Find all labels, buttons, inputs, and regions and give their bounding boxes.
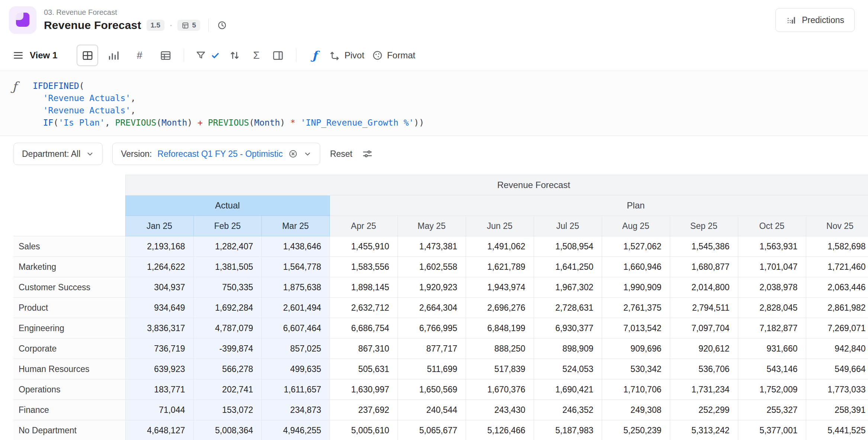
- table-cell[interactable]: 1,920,923: [398, 277, 466, 298]
- table-cell[interactable]: 1,660,946: [602, 257, 670, 277]
- aggregate-button[interactable]: Σ: [245, 45, 267, 66]
- table-cell[interactable]: 530,342: [602, 359, 670, 379]
- table-cell[interactable]: 4,787,079: [193, 318, 261, 339]
- table-cell[interactable]: 252,299: [670, 400, 738, 420]
- pivot-button[interactable]: Pivot: [325, 45, 368, 66]
- table-cell[interactable]: 2,761,375: [602, 298, 670, 318]
- table-cell[interactable]: 6,607,464: [261, 318, 329, 339]
- table-cell[interactable]: 1,602,558: [398, 257, 466, 277]
- table-cell[interactable]: 7,097,704: [670, 318, 738, 339]
- table-cell[interactable]: 4,648,127: [125, 420, 193, 440]
- table-cell[interactable]: 736,719: [125, 339, 193, 359]
- table-cell[interactable]: 1,381,505: [193, 257, 261, 277]
- column-header[interactable]: Aug 25: [602, 216, 670, 236]
- table-cell[interactable]: 5,126,466: [466, 420, 534, 440]
- table-cell[interactable]: 249,308: [602, 400, 670, 420]
- table-cell[interactable]: 920,612: [670, 339, 738, 359]
- table-cell[interactable]: 5,005,610: [329, 420, 398, 440]
- table-cell[interactable]: 240,544: [398, 400, 466, 420]
- table-cell[interactable]: 255,327: [738, 400, 806, 420]
- row-label[interactable]: Customer Success: [13, 277, 125, 298]
- group-header-actual[interactable]: Actual: [125, 195, 329, 216]
- table-cell[interactable]: 153,072: [193, 400, 261, 420]
- row-label[interactable]: Sales: [13, 236, 125, 257]
- table-cell[interactable]: 1,563,931: [738, 236, 806, 257]
- filter-button[interactable]: [192, 45, 224, 66]
- table-cell[interactable]: 1,692,284: [193, 298, 261, 318]
- table-cell[interactable]: 237,692: [329, 400, 398, 420]
- table-cell[interactable]: 6,766,995: [398, 318, 466, 339]
- table-cell[interactable]: 5,377,001: [738, 420, 806, 440]
- predictions-button[interactable]: Predictions: [775, 8, 855, 32]
- table-cell[interactable]: 5,008,364: [193, 420, 261, 440]
- table-cell[interactable]: 5,250,239: [602, 420, 670, 440]
- table-cell[interactable]: 71,044: [125, 400, 193, 420]
- table-cell[interactable]: 234,873: [261, 400, 329, 420]
- app-logo[interactable]: [9, 6, 36, 34]
- table-cell[interactable]: 258,391: [806, 400, 868, 420]
- reset-button[interactable]: Reset: [330, 149, 352, 159]
- column-header[interactable]: Nov 25: [806, 216, 868, 236]
- table-cell[interactable]: 1,943,974: [466, 277, 534, 298]
- table-cell[interactable]: 2,632,712: [329, 298, 398, 318]
- row-label[interactable]: Engineering: [13, 318, 125, 339]
- table-cell[interactable]: 1,773,033: [806, 379, 868, 400]
- table-cell[interactable]: 5,065,677: [398, 420, 466, 440]
- row-label[interactable]: Finance: [13, 400, 125, 420]
- table-cell[interactable]: 5,187,983: [534, 420, 602, 440]
- table-cell[interactable]: 7,182,877: [738, 318, 806, 339]
- sort-button[interactable]: [224, 45, 245, 66]
- table-cell[interactable]: 202,741: [193, 379, 261, 400]
- row-label[interactable]: Corporate: [13, 339, 125, 359]
- table-cell[interactable]: 1,455,910: [329, 236, 398, 257]
- column-header[interactable]: Jun 25: [466, 216, 534, 236]
- table-cell[interactable]: 4,946,255: [261, 420, 329, 440]
- table-cell[interactable]: 543,146: [738, 359, 806, 379]
- table-cell[interactable]: 1,690,421: [534, 379, 602, 400]
- clear-version-icon[interactable]: [288, 149, 298, 159]
- table-cell[interactable]: 5,313,242: [670, 420, 738, 440]
- history-icon[interactable]: [217, 20, 227, 30]
- table-cell[interactable]: 857,025: [261, 339, 329, 359]
- table-cell[interactable]: 2,063,446: [806, 277, 868, 298]
- table-cell[interactable]: 2,664,304: [398, 298, 466, 318]
- column-header[interactable]: Apr 25: [329, 216, 398, 236]
- column-header[interactable]: Jan 25: [125, 216, 193, 236]
- table-cell[interactable]: 1,641,250: [534, 257, 602, 277]
- menu-icon[interactable]: [13, 50, 24, 61]
- department-filter[interactable]: Department: All: [13, 143, 103, 165]
- table-cell[interactable]: 867,310: [329, 339, 398, 359]
- table-cell[interactable]: 1,282,407: [193, 236, 261, 257]
- table-cell[interactable]: 511,699: [398, 359, 466, 379]
- format-button[interactable]: Format: [368, 45, 419, 66]
- table-cell[interactable]: 1,621,789: [466, 257, 534, 277]
- table-cell[interactable]: 6,848,199: [466, 318, 534, 339]
- formula-button[interactable]: ƒ: [304, 45, 325, 66]
- table-cell[interactable]: 2,014,800: [670, 277, 738, 298]
- table-cell[interactable]: 566,278: [193, 359, 261, 379]
- table-cell[interactable]: 3,836,317: [125, 318, 193, 339]
- table-cell[interactable]: 304,937: [125, 277, 193, 298]
- table-cell[interactable]: 505,631: [329, 359, 398, 379]
- table-cell[interactable]: 2,696,276: [466, 298, 534, 318]
- table-cell[interactable]: 1,491,062: [466, 236, 534, 257]
- table-cell[interactable]: 1,701,047: [738, 257, 806, 277]
- table-cell[interactable]: 1,680,877: [670, 257, 738, 277]
- table-cell[interactable]: 7,013,542: [602, 318, 670, 339]
- row-label[interactable]: Marketing: [13, 257, 125, 277]
- row-label[interactable]: No Department: [13, 420, 125, 440]
- column-header[interactable]: Jul 25: [534, 216, 602, 236]
- table-cell[interactable]: 1,473,381: [398, 236, 466, 257]
- table-cell[interactable]: 517,839: [466, 359, 534, 379]
- table-cell[interactable]: 1,990,909: [602, 277, 670, 298]
- table-cell[interactable]: 499,635: [261, 359, 329, 379]
- table-cell[interactable]: -399,874: [193, 339, 261, 359]
- table-cell[interactable]: 639,923: [125, 359, 193, 379]
- filter-settings-icon[interactable]: [362, 148, 373, 159]
- column-header[interactable]: May 25: [398, 216, 466, 236]
- table-cell[interactable]: 2,193,168: [125, 236, 193, 257]
- table-cell[interactable]: 1,545,386: [670, 236, 738, 257]
- table-cell[interactable]: 1,508,954: [534, 236, 602, 257]
- table-cell[interactable]: 1,752,009: [738, 379, 806, 400]
- row-label[interactable]: Operations: [13, 379, 125, 400]
